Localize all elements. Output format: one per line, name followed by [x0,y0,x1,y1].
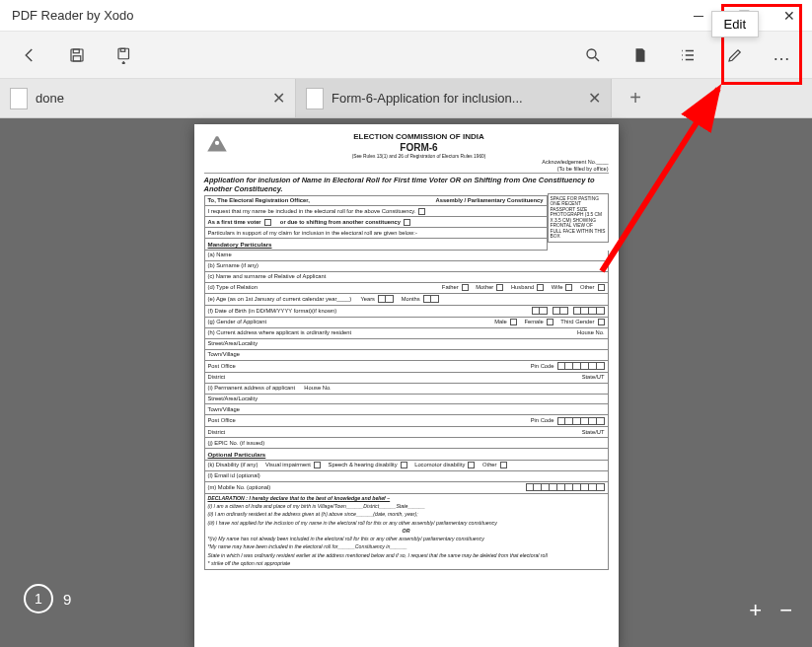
tab-strip: done ✕ Form-6-Application for inclusion.… [0,79,812,118]
new-tab-button[interactable]: + [612,79,659,117]
pdf-thumb-icon [10,88,28,109]
toolbar: … [0,32,812,79]
zoom-in-button[interactable]: + [749,598,762,623]
field-surname: (b) Surname (if any) [208,262,259,269]
pencil-icon [726,46,744,64]
request-line: I request that my name be included in th… [208,208,416,215]
field-relname: (c) Name and surname of Relative of Appl… [208,273,327,280]
field-reltype: (d) Type of Relation [208,284,258,291]
field-curaddr: (h) Current address where applicant is o… [208,329,352,336]
view-options-button[interactable] [666,34,709,77]
pdf-page: ELECTION COMMISSION OF INDIA FORM-6 (See… [194,124,619,647]
mandatory-header: Mandatory Particulars [208,241,272,248]
pdf-thumb-icon [306,88,324,109]
page-indicator[interactable]: 1 9 [24,584,71,613]
photo-box: SPACE FOR PASTING ONE RECENT PASSPORT SI… [548,193,609,243]
tab-label: Form-6-Application for inclusion... [332,91,580,106]
field-disability: (k) Disability (if any) [208,462,258,468]
field-email: (l) Email id (optional) [208,472,260,479]
ack-no: Acknowledgement No.____ [542,159,608,165]
current-page: 1 [24,584,53,613]
declaration-header: DECLARATION : I hereby declare that to t… [208,494,391,502]
close-window-button[interactable]: ✕ [767,0,812,32]
total-pages: 9 [63,591,71,608]
tab-label: done [36,91,264,106]
tab-done[interactable]: done ✕ [0,79,296,117]
back-icon [21,46,38,64]
svg-point-6 [214,141,218,145]
document-viewer[interactable]: ELECTION COMMISSION OF INDIA FORM-6 (See… [0,118,812,647]
form-number: FORM-6 [204,142,609,154]
shift-line: or due to shifting from another constitu… [280,219,401,226]
tab-close-button[interactable]: ✕ [588,89,601,108]
assembly-label: Assembly / Parliamentary Constituency [436,197,544,204]
zoom-controls: + − [749,598,792,623]
field-permaddr: (i) Permanent address of applicant [208,385,296,392]
field-age: (e) Age (as on 1st January of current ca… [208,296,352,303]
eci-logo-icon [204,132,230,158]
titlebar: PDF Reader by Xodo ─ ☐ ✕ [0,0,812,32]
tab-form6[interactable]: Form-6-Application for inclusion... ✕ [296,79,612,117]
optional-header: Optional Particulars [208,451,266,458]
svg-rect-1 [73,49,79,53]
save-button[interactable] [55,34,99,77]
field-dob: (f) Date of Birth (in DD/MM/YYYY format)… [208,308,337,315]
list-icon [679,46,697,64]
edit-button[interactable] [713,34,757,77]
svg-rect-4 [120,48,125,51]
app-title: PDF Reader by Xodo [12,8,134,23]
save-down-icon [115,46,133,64]
document-icon [631,46,649,64]
field-name: (a) Name [208,252,232,258]
org-name: ELECTION COMMISSION OF INDIA [204,132,609,142]
field-gender: (g) Gender of Applicant [208,319,267,325]
field-district: District [208,374,226,381]
particulars-line: Particulars in support of my claim for i… [208,230,417,237]
field-town: Town/Village [208,351,240,358]
first-time: As a first time voter [208,219,261,226]
zoom-out-button[interactable]: − [779,598,792,623]
application-title: Application for inclusion of Name in Ele… [204,173,609,193]
save-as-button[interactable] [103,34,146,77]
tab-close-button[interactable]: ✕ [272,89,285,108]
document-view-button[interactable] [619,34,662,77]
back-button[interactable] [8,34,51,77]
svg-rect-3 [118,48,129,59]
search-button[interactable] [571,34,615,77]
edit-tooltip: Edit [711,11,759,37]
svg-rect-2 [73,55,81,60]
field-epic: (j) EPIC No. (if issued) [208,440,265,447]
save-icon [68,46,86,64]
fill-by: (To be filled by office) [557,166,609,172]
to-line: To, The Electoral Registration Officer, [208,197,310,204]
more-button[interactable]: … [761,34,804,77]
field-post: Post Office [208,363,236,370]
search-icon [584,46,602,64]
field-mobile: (m) Mobile No. (optional) [208,484,271,491]
svg-point-5 [587,49,596,58]
field-street: Street/Area/Locality [208,340,258,347]
